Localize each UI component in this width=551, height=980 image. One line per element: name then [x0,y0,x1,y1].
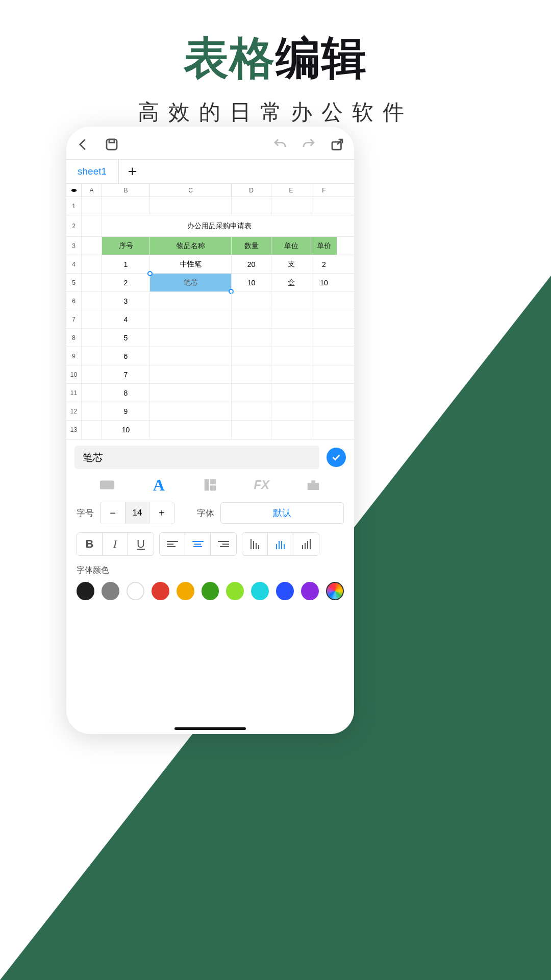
row-number[interactable]: 9 [66,347,82,365]
color-swatch[interactable] [177,582,194,600]
table-header-cell[interactable]: 序号 [102,237,150,255]
color-swatch[interactable] [251,582,269,600]
cell[interactable]: 2 [102,274,150,291]
row-number[interactable]: 3 [66,237,82,255]
row-number[interactable]: 7 [66,310,82,328]
table-row[interactable]: 3 序号 物品名称 数量 单位 单价 [66,237,354,255]
cell[interactable]: 中性笔 [150,255,232,273]
eye-icon[interactable] [66,184,82,197]
color-swatch[interactable] [202,582,219,600]
row-number[interactable]: 1 [66,197,82,215]
v-align-bottom-button[interactable] [293,533,319,555]
svg-rect-9 [307,483,319,490]
cell[interactable]: 2 [311,255,337,273]
selected-cell[interactable]: 笔芯 [150,274,232,291]
confirm-button[interactable] [327,448,346,467]
cell[interactable]: 6 [102,347,150,365]
cell[interactable]: 9 [102,402,150,420]
format-mode-icon[interactable]: A [147,476,170,494]
table-row[interactable]: 1310 [66,421,354,439]
increase-button[interactable]: + [149,502,174,524]
decrease-button[interactable]: − [101,502,125,524]
cell[interactable]: 20 [232,255,271,273]
italic-button[interactable]: I [103,533,128,555]
row-number[interactable]: 13 [66,421,82,439]
row-number[interactable]: 4 [66,255,82,273]
cell[interactable]: 支 [271,255,311,273]
table-row[interactable]: 5 2 笔芯 10 盒 10 [66,274,354,292]
bold-button[interactable]: B [77,533,103,555]
col-header[interactable]: E [271,184,311,197]
cell[interactable]: 4 [102,310,150,328]
color-swatch[interactable] [77,582,94,600]
align-left-button[interactable] [160,533,185,555]
col-header[interactable]: B [102,184,150,197]
cell[interactable]: 10 [232,274,271,291]
table-header-cell[interactable]: 物品名称 [150,237,232,255]
underline-button[interactable]: U [128,533,154,555]
color-swatch[interactable] [102,582,119,600]
v-align-middle-button[interactable] [268,533,293,555]
align-right-button[interactable] [211,533,236,555]
tools-mode-icon[interactable] [302,476,325,494]
table-row[interactable]: 4 1 中性笔 20 支 2 [66,255,354,274]
cell[interactable]: 1 [102,255,150,273]
table-row[interactable]: 1 [66,197,354,215]
color-swatch[interactable] [127,582,144,600]
cell[interactable]: 3 [102,292,150,310]
table-row[interactable]: 96 [66,347,354,365]
cell[interactable]: 10 [311,274,337,291]
color-swatch[interactable] [301,582,319,600]
sheet-tab-active[interactable]: sheet1 [66,160,118,183]
undo-icon[interactable] [272,137,288,152]
color-swatch[interactable] [152,582,169,600]
row-number[interactable]: 6 [66,292,82,310]
keyboard-mode-icon[interactable] [95,476,119,494]
row-number[interactable]: 11 [66,384,82,402]
table-header-cell[interactable]: 单位 [271,237,311,255]
font-family-select[interactable]: 默认 [220,502,344,524]
cell-edit-input[interactable]: 笔芯 [74,446,319,469]
color-swatch[interactable] [226,582,244,600]
add-sheet-button[interactable]: + [118,160,146,183]
row-number[interactable]: 12 [66,402,82,420]
format-panel: 字号 − 14 + 字体 默认 B I U [66,499,354,609]
h-align-group [159,532,237,556]
row-number[interactable]: 5 [66,274,82,291]
table-row[interactable]: 2 办公用品采购申请表 [66,215,354,237]
table-row[interactable]: 74 [66,310,354,329]
share-icon[interactable] [330,137,345,152]
table-header-cell[interactable]: 数量 [232,237,271,255]
table-title-cell[interactable]: 办公用品采购申请表 [102,215,337,236]
table-row[interactable]: 118 [66,384,354,402]
cell[interactable]: 8 [102,384,150,402]
table-row[interactable]: 129 [66,402,354,421]
back-icon[interactable] [76,137,91,152]
col-header[interactable]: F [311,184,337,197]
row-number[interactable]: 8 [66,329,82,347]
cell[interactable]: 7 [102,365,150,383]
selection-handle-icon[interactable] [147,271,153,276]
cell[interactable]: 盒 [271,274,311,291]
row-number[interactable]: 2 [66,215,82,236]
font-size-stepper: − 14 + [100,502,174,524]
save-icon[interactable] [104,137,119,152]
row-number[interactable]: 10 [66,365,82,383]
custom-color-button[interactable] [326,582,344,600]
v-align-top-button[interactable] [242,533,268,555]
color-swatch[interactable] [276,582,294,600]
table-row[interactable]: 63 [66,292,354,310]
cell[interactable]: 10 [102,421,150,439]
table-row[interactable]: 107 [66,365,354,384]
align-center-button[interactable] [185,533,211,555]
formula-mode-icon[interactable]: FX [250,476,273,494]
cell[interactable]: 5 [102,329,150,347]
col-header[interactable]: C [150,184,232,197]
table-header-cell[interactable]: 单价 [311,237,337,255]
layout-mode-icon[interactable] [198,476,222,494]
table-row[interactable]: 85 [66,329,354,347]
redo-icon[interactable] [301,137,316,152]
col-header[interactable]: A [82,184,102,197]
spreadsheet-grid[interactable]: A B C D E F 1 2 办公用品采购申请表 3 序号 物品名称 数量 单… [66,184,354,439]
col-header[interactable]: D [232,184,271,197]
